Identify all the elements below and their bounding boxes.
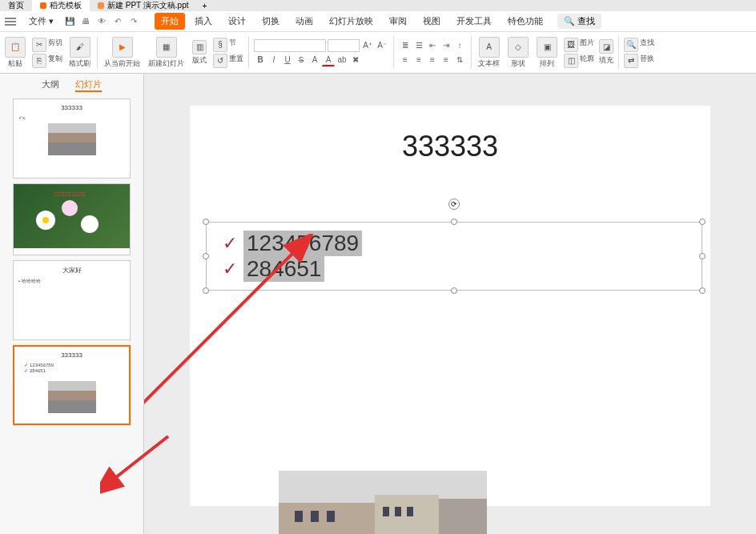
bold-button[interactable]: B bbox=[254, 54, 267, 66]
menu-slideshow[interactable]: 幻灯片放映 bbox=[323, 13, 380, 30]
menu-animation[interactable]: 动画 bbox=[289, 13, 320, 30]
hamburger-icon[interactable] bbox=[5, 18, 16, 26]
tab-templates[interactable]: 稻壳模板 bbox=[32, 0, 90, 11]
menu-file[interactable]: 文件 ▾ bbox=[22, 13, 60, 30]
copy-button[interactable]: ⎘复制 bbox=[32, 54, 62, 68]
bullet-text: 123456789 bbox=[243, 231, 362, 256]
menu-dev[interactable]: 开发工具 bbox=[450, 13, 498, 30]
shape-button[interactable]: ◇形状 bbox=[506, 37, 530, 69]
clear-format-button[interactable]: ✖ bbox=[349, 54, 362, 66]
svg-rect-21 bbox=[407, 507, 413, 516]
italic-button[interactable]: I bbox=[267, 54, 280, 66]
undo-icon[interactable]: ↶ bbox=[111, 15, 124, 28]
resize-handle[interactable] bbox=[203, 287, 209, 294]
layout-button[interactable]: ▥版式 bbox=[191, 40, 208, 66]
new-slide-button[interactable]: ▦新建幻灯片 bbox=[147, 37, 186, 69]
resize-handle[interactable] bbox=[699, 287, 706, 294]
menu-start[interactable]: 开始 bbox=[155, 13, 185, 30]
image-button[interactable]: 🖼图片 bbox=[564, 38, 594, 52]
search-icon: 🔍 bbox=[564, 16, 575, 26]
shrink-font-button[interactable]: A⁻ bbox=[376, 39, 388, 52]
search-button[interactable]: 🔍查找 bbox=[557, 14, 601, 29]
find-button[interactable]: 🔍查找 bbox=[624, 38, 654, 52]
textbox-button[interactable]: A文本框 bbox=[477, 37, 501, 69]
replace-button[interactable]: ⇄替换 bbox=[624, 54, 654, 68]
brush-icon: 🖌 bbox=[70, 37, 90, 58]
slide-thumb-3[interactable]: 大家好 • 哈哈哈哈 bbox=[13, 260, 131, 340]
cut-button[interactable]: ✂剪切 bbox=[32, 38, 62, 52]
arrange-icon: ▣ bbox=[537, 37, 557, 58]
resize-handle[interactable] bbox=[203, 253, 209, 259]
grow-font-button[interactable]: A⁺ bbox=[361, 39, 374, 52]
font-family-select[interactable] bbox=[254, 39, 326, 52]
scissors-icon: ✂ bbox=[32, 38, 46, 52]
section-button[interactable]: §节 bbox=[213, 38, 243, 52]
align-justify-button[interactable]: ≡ bbox=[440, 54, 452, 66]
replace-icon: ⇄ bbox=[624, 54, 638, 68]
reset-button[interactable]: ↺重置 bbox=[213, 54, 243, 68]
align-left-button[interactable]: ≡ bbox=[399, 54, 412, 66]
panel-tab-outline[interactable]: 大纲 bbox=[42, 78, 59, 92]
from-current-button[interactable]: ▶从当前开始 bbox=[103, 37, 142, 69]
align-center-button[interactable]: ≡ bbox=[412, 54, 425, 66]
slide-canvas-area: 333333 ⟳ ✓123456789 ✓284651 bbox=[144, 74, 756, 534]
tab-home[interactable]: 首页 bbox=[0, 0, 32, 11]
resize-handle[interactable] bbox=[451, 287, 457, 294]
menu-special[interactable]: 特色功能 bbox=[501, 13, 549, 30]
numbering-button[interactable]: ☰ bbox=[412, 39, 425, 52]
menu-insert[interactable]: 插入 bbox=[188, 13, 219, 30]
arrange-button[interactable]: ▣排列 bbox=[535, 37, 559, 69]
font-color-button[interactable]: A bbox=[322, 54, 335, 66]
panel-tab-slides[interactable]: 幻灯片 bbox=[75, 78, 102, 92]
format-painter-button[interactable]: 🖌格式刷 bbox=[67, 37, 92, 69]
font-effects-button[interactable]: A bbox=[308, 54, 321, 66]
menu-review[interactable]: 审阅 bbox=[383, 13, 413, 30]
bullet-text: 284651 bbox=[243, 256, 324, 282]
paste-button[interactable]: 📋粘贴 bbox=[3, 37, 27, 69]
bullet-item[interactable]: ✓284651 bbox=[223, 256, 686, 282]
slide-thumbnail-panel: 大纲 幻灯片 333333 ✓s. 222222222 大家好 • 哈哈哈哈 3… bbox=[0, 74, 144, 534]
underline-button[interactable]: U bbox=[281, 54, 294, 66]
add-tab-button[interactable]: + bbox=[197, 2, 213, 10]
preview-icon[interactable]: 👁 bbox=[95, 15, 108, 28]
line-spacing-button[interactable]: ↕ bbox=[453, 39, 466, 52]
menu-design[interactable]: 设计 bbox=[222, 13, 252, 30]
reset-icon: ↺ bbox=[213, 54, 227, 68]
textbox-icon: A bbox=[479, 37, 500, 58]
resize-handle[interactable] bbox=[699, 219, 706, 225]
redo-icon[interactable]: ↷ bbox=[127, 15, 140, 28]
resize-handle[interactable] bbox=[699, 253, 706, 259]
fill-button[interactable]: ◪填充 bbox=[599, 39, 613, 66]
indent-inc-button[interactable]: ⇥ bbox=[440, 39, 452, 52]
save-icon[interactable]: 💾 bbox=[63, 15, 76, 28]
font-size-select[interactable] bbox=[328, 39, 360, 52]
slide[interactable]: 333333 ⟳ ✓123456789 ✓284651 bbox=[190, 106, 710, 506]
slide-thumb-1[interactable]: 333333 ✓s. bbox=[13, 98, 131, 179]
align-right-button[interactable]: ≡ bbox=[426, 54, 439, 66]
bullet-item[interactable]: ✓123456789 bbox=[223, 231, 686, 256]
resize-handle[interactable] bbox=[451, 219, 457, 225]
svg-point-2 bbox=[62, 200, 78, 216]
text-direction-button[interactable]: ⇅ bbox=[453, 54, 466, 66]
slide-thumb-2[interactable]: 222222222 bbox=[13, 183, 131, 255]
indent-dec-button[interactable]: ⇤ bbox=[426, 39, 439, 52]
highlight-button[interactable]: ab bbox=[336, 54, 348, 66]
thumb-image bbox=[48, 381, 96, 413]
slide-title[interactable]: 333333 bbox=[190, 130, 710, 163]
slide-image[interactable] bbox=[279, 471, 487, 534]
menu-view[interactable]: 视图 bbox=[416, 13, 447, 30]
print-icon[interactable]: 🖶 bbox=[79, 15, 92, 28]
strike-button[interactable]: S̶ bbox=[295, 54, 308, 66]
paragraph-controls: ≣ ☰ ⇤ ⇥ ↕ ≡ ≡ ≡ ≡ ⇅ bbox=[399, 39, 466, 66]
check-icon: ✓ bbox=[223, 259, 237, 279]
rotate-handle[interactable]: ⟳ bbox=[448, 199, 460, 210]
slide-thumb-4[interactable]: 333333 123456789 284651 bbox=[13, 345, 131, 425]
outline-button[interactable]: ◫轮廓 bbox=[564, 54, 594, 68]
menu-transition[interactable]: 切换 bbox=[255, 13, 286, 30]
tab-document[interactable]: 新建 PPT 演示文稿.ppt bbox=[90, 0, 197, 11]
content-textbox[interactable]: ⟳ ✓123456789 ✓284651 bbox=[206, 222, 702, 291]
bullets-button[interactable]: ≣ bbox=[399, 39, 412, 52]
svg-rect-16 bbox=[295, 511, 303, 522]
thumb-bullet: 284651 bbox=[24, 367, 124, 373]
resize-handle[interactable] bbox=[203, 219, 209, 225]
